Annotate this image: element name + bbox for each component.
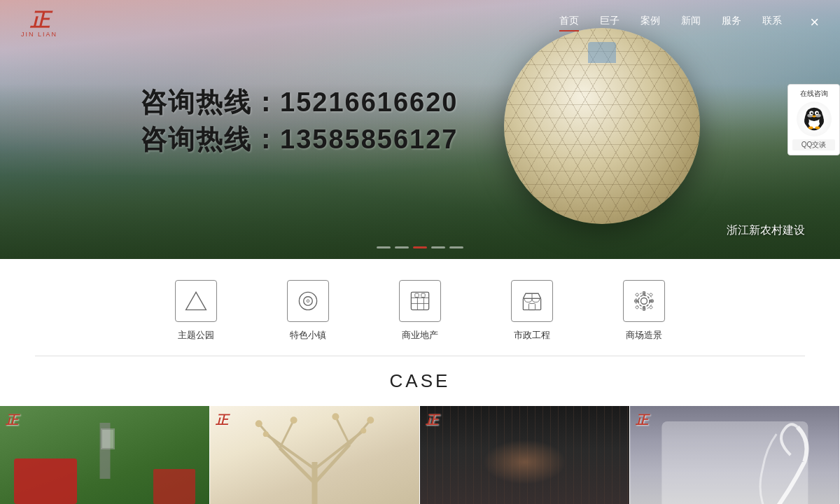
case-image-3[interactable]: 正 (420, 406, 630, 504)
case-image-2[interactable]: 正 (210, 406, 420, 504)
municipal-icon-box (511, 280, 553, 322)
red-structure-2 (153, 469, 195, 504)
case-title: CASE (0, 370, 840, 392)
qq-float-box[interactable]: 在线咨询 (788, 84, 840, 155)
svg-rect-24 (421, 293, 425, 297)
qq-avatar (797, 102, 832, 136)
svg-point-50 (290, 416, 298, 424)
red-structure-1 (14, 458, 77, 504)
warm-glow (483, 440, 567, 484)
gear-icon (631, 288, 657, 314)
case-logo-3: 正 (426, 412, 438, 428)
case-image-1[interactable]: 正 (0, 406, 210, 504)
logo-subtext: JIN LIAN (21, 31, 57, 38)
phone-1: 咨询热线：15216616620 (140, 84, 458, 121)
landscape-icon-box (623, 280, 665, 322)
icon-label-town: 特色小镇 (290, 329, 326, 342)
phone-2: 咨询热线：13585856127 (140, 121, 458, 158)
svg-point-12 (807, 114, 813, 118)
theme-park-icon-box (175, 280, 217, 322)
close-icon[interactable]: × (810, 13, 819, 31)
slide-dot-5[interactable] (449, 246, 463, 248)
triangle-icon (183, 288, 209, 314)
icon-item-town[interactable]: 特色小镇 (252, 280, 364, 342)
town-icon-box (287, 280, 329, 322)
icon-item-landscape[interactable]: 商场造景 (588, 280, 700, 342)
svg-point-9 (819, 117, 824, 125)
case-logo-4: 正 (636, 412, 648, 428)
svg-rect-39 (649, 305, 652, 309)
svg-line-45 (259, 424, 280, 448)
qq-float-title: 在线咨询 (792, 89, 835, 99)
svg-point-10 (808, 127, 813, 130)
svg-line-47 (335, 416, 349, 444)
nav-item-service[interactable]: 服务 (722, 15, 741, 30)
svg-point-13 (815, 114, 820, 118)
svg-point-8 (804, 117, 809, 125)
case-images-row: 正 (0, 406, 840, 504)
svg-point-17 (307, 300, 309, 302)
logo[interactable]: 正 JIN LIAN (21, 7, 57, 38)
svg-point-11 (815, 127, 820, 130)
circle-target-icon (295, 288, 321, 314)
commercial-icon-box (399, 280, 441, 322)
svg-line-46 (280, 420, 294, 448)
svg-rect-26 (529, 304, 536, 310)
svg-point-53 (332, 413, 339, 420)
svg-line-48 (349, 420, 370, 444)
icon-item-theme-park[interactable]: 主题公园 (140, 280, 252, 342)
logo-text: 正 (30, 7, 49, 34)
slide-dot-1[interactable] (377, 246, 391, 248)
case-section: CASE 正 (0, 356, 840, 504)
main-nav: 首页 巨子 案例 新闻 服务 联系 × (559, 13, 819, 31)
nav-item-home[interactable]: 首页 (559, 15, 579, 30)
nav-item-news[interactable]: 新闻 (681, 15, 701, 30)
svg-point-15 (299, 292, 316, 309)
nav-item-contact[interactable]: 联系 (762, 15, 782, 30)
case-logo-2: 正 (216, 412, 228, 428)
case-image-4[interactable]: 正 (630, 406, 840, 504)
svg-rect-18 (411, 292, 428, 309)
svg-marker-14 (186, 292, 206, 309)
dome-structure (504, 28, 700, 224)
svg-point-49 (255, 420, 262, 427)
tower-top (101, 428, 115, 449)
svg-point-30 (638, 295, 650, 307)
icon-item-commercial[interactable]: 商业地产 (364, 280, 476, 342)
grid-box-icon (407, 288, 433, 314)
header: 正 JIN LIAN 首页 巨子 案例 新闻 服务 联系 × (0, 0, 840, 45)
svg-point-54 (367, 416, 374, 424)
svg-point-51 (263, 431, 269, 437)
tree-sculpture-svg (210, 406, 419, 504)
qq-label[interactable]: QQ交谈 (792, 139, 835, 150)
shop-icon (519, 288, 545, 314)
case-logo-1: 正 (6, 412, 18, 428)
dome-window (588, 42, 616, 63)
svg-point-29 (641, 298, 648, 304)
nav-item-juzi[interactable]: 巨子 (600, 15, 620, 30)
icon-item-municipal[interactable]: 市政工程 (476, 280, 588, 342)
slide-indicators (377, 246, 463, 248)
hero-text-block: 咨询热线：15216616620 咨询热线：13585856127 (140, 84, 458, 158)
svg-rect-38 (636, 305, 639, 309)
svg-point-52 (360, 428, 366, 433)
qq-penguin-icon (797, 102, 831, 136)
icon-label-theme-park: 主题公园 (178, 329, 214, 342)
icon-label-commercial: 商业地产 (402, 329, 438, 342)
slide-dot-3[interactable] (413, 246, 427, 248)
slide-dot-4[interactable] (431, 246, 445, 248)
nav-item-case[interactable]: 案例 (640, 15, 660, 30)
icon-label-municipal: 市政工程 (514, 329, 550, 342)
svg-point-5 (811, 112, 813, 114)
svg-rect-37 (649, 293, 652, 296)
slide-dot-2[interactable] (395, 246, 409, 248)
svg-rect-36 (636, 293, 639, 296)
svg-rect-23 (415, 293, 419, 297)
icon-label-landscape: 商场造景 (626, 329, 662, 342)
svg-point-16 (304, 297, 313, 306)
service-icons-section: 主题公园 特色小镇 (0, 259, 840, 356)
white-sculpture-svg (630, 406, 839, 504)
hero-subtitle: 浙江新农村建设 (727, 223, 805, 238)
